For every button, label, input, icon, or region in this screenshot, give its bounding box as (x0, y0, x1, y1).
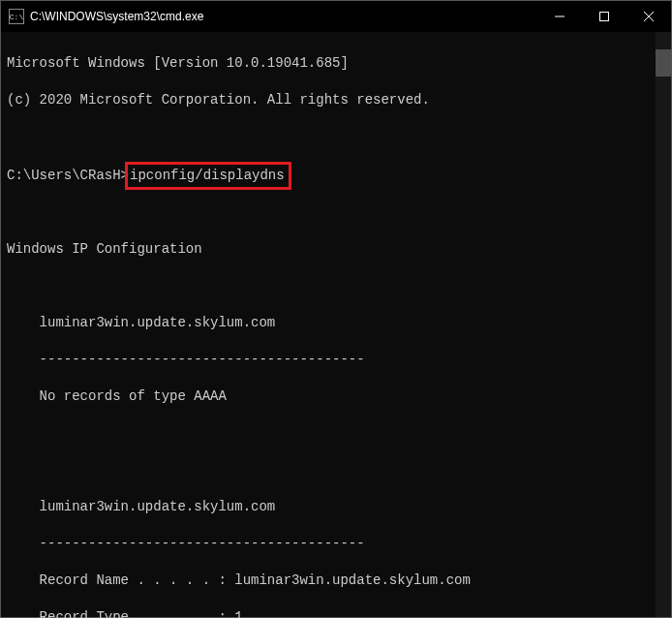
dns-entry-divider: ---------------------------------------- (7, 535, 665, 553)
prompt-prefix: C:\Users\CRasH> (7, 168, 129, 183)
minimize-button[interactable] (537, 1, 582, 32)
command-text: ipconfig/displaydns (130, 168, 285, 183)
titlebar[interactable]: C:\ C:\WINDOWS\system32\cmd.exe (1, 1, 671, 32)
output-line: (c) 2020 Microsoft Corporation. All righ… (7, 91, 665, 109)
dns-entry-host: luminar3win.update.skylum.com (7, 314, 665, 332)
output-line (7, 277, 665, 295)
dns-record-field: Record Type . . . . . : 1 (7, 608, 665, 618)
output-line (7, 203, 665, 222)
terminal-output[interactable]: Microsoft Windows [Version 10.0.19041.68… (1, 32, 671, 618)
close-button[interactable] (626, 1, 671, 32)
scrollbar-thumb[interactable] (656, 49, 671, 77)
scrollbar[interactable] (656, 32, 671, 617)
output-line (7, 128, 665, 146)
dns-entry-message: No records of type AAAA (7, 387, 665, 406)
output-line: Microsoft Windows [Version 10.0.19041.68… (7, 54, 665, 73)
output-line (7, 424, 665, 443)
prompt-line: C:\Users\CRasH>ipconfig/displaydns (7, 165, 665, 185)
dns-record-field: Record Name . . . . . : luminar3win.upda… (7, 572, 665, 590)
command-highlight: ipconfig/displaydns (125, 162, 291, 190)
cmd-icon: C:\ (9, 9, 24, 24)
output-line (7, 461, 665, 479)
maximize-button[interactable] (582, 1, 626, 32)
svg-rect-1 (600, 13, 609, 21)
window-controls (537, 1, 671, 32)
output-heading: Windows IP Configuration (7, 240, 665, 259)
dns-entry-host: luminar3win.update.skylum.com (7, 498, 665, 516)
window-title: C:\WINDOWS\system32\cmd.exe (30, 10, 203, 23)
dns-entry-divider: ---------------------------------------- (7, 351, 665, 369)
